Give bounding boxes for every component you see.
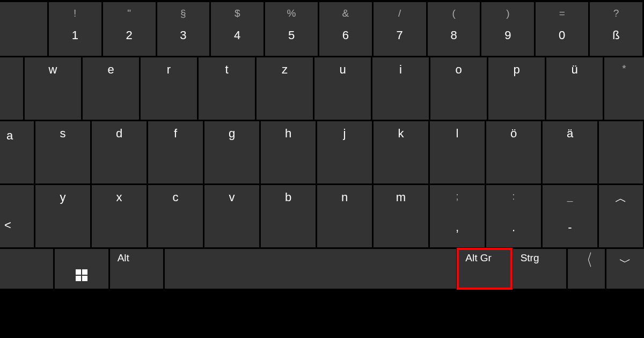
key-arrow-down[interactable]: ﹀ xyxy=(606,249,644,289)
key-shift-label: : xyxy=(512,190,515,202)
key-label: 3 xyxy=(180,28,186,42)
key-label: e xyxy=(107,63,114,77)
key-label: ß xyxy=(612,28,619,42)
key-u-umlaut[interactable]: ü xyxy=(546,57,603,120)
key-lessthan[interactable]: < xyxy=(0,185,34,247)
key-label: , xyxy=(456,221,459,234)
key-label: h xyxy=(285,127,291,141)
key-a[interactable]: a xyxy=(0,121,34,183)
key-arrow-up[interactable]: ︿ xyxy=(599,185,643,247)
key-shift-label: / xyxy=(398,8,401,19)
key-n[interactable]: n xyxy=(317,185,372,247)
key-windows[interactable] xyxy=(55,249,108,289)
key-period[interactable]: :. xyxy=(486,185,541,247)
key-r[interactable]: r xyxy=(141,57,197,120)
keyboard-row-3: a sdfghjklöä xyxy=(0,121,644,183)
key-9[interactable]: )9 xyxy=(481,2,534,56)
key-shift-label: * xyxy=(622,63,626,75)
key-label: p xyxy=(513,63,519,77)
key-eszett[interactable]: ?ß xyxy=(590,2,642,56)
key-shift-label: ! xyxy=(74,8,76,19)
key-8[interactable]: (8 xyxy=(428,2,480,56)
chevron-down-icon: ﹀ xyxy=(619,256,631,268)
key-shift-label: ( xyxy=(452,8,455,19)
key-alt-gr[interactable]: Alt Gr xyxy=(458,249,511,289)
key-label: ä xyxy=(567,127,573,141)
key-label: x xyxy=(116,190,122,204)
key-o[interactable]: o xyxy=(430,57,487,120)
key-3[interactable]: §3 xyxy=(157,2,210,56)
key-e[interactable]: e xyxy=(83,57,139,120)
key-partial-left[interactable] xyxy=(0,2,47,56)
key-shift-label: ? xyxy=(613,8,619,19)
key-label: ö xyxy=(510,127,517,141)
key-t[interactable]: t xyxy=(199,57,255,120)
key-1[interactable]: !1 xyxy=(49,2,101,56)
key-x[interactable]: x xyxy=(92,185,147,247)
key-label: t xyxy=(225,63,228,77)
key-space[interactable] xyxy=(165,249,456,289)
key-strg[interactable]: Strg xyxy=(513,249,566,289)
key-z[interactable]: z xyxy=(257,57,313,120)
keyboard-row-2: wertzuiopü* xyxy=(0,57,644,120)
key-d[interactable]: d xyxy=(92,121,147,183)
key-label: w xyxy=(49,63,57,77)
key-label: n xyxy=(341,190,348,204)
key-w[interactable]: w xyxy=(25,57,81,120)
key-ctrl-left-partial[interactable] xyxy=(0,249,53,289)
key-6[interactable]: &6 xyxy=(319,2,372,56)
keyboard-row-1: !1"2§3$4%5&6/7(8)9=0?ß xyxy=(0,2,644,56)
key-l[interactable]: l xyxy=(430,121,485,183)
key-7[interactable]: /7 xyxy=(374,2,426,56)
key-v[interactable]: v xyxy=(204,185,259,247)
key-u[interactable]: u xyxy=(314,57,371,120)
windows-logo-icon xyxy=(76,269,87,281)
key-q-partial[interactable] xyxy=(0,57,23,120)
key-4[interactable]: $4 xyxy=(211,2,264,56)
key-label: 2 xyxy=(126,28,132,42)
key-b[interactable]: b xyxy=(261,185,316,247)
key-hash-partial[interactable] xyxy=(599,121,643,183)
key-label: ü xyxy=(571,63,577,77)
key-shift-label: ) xyxy=(506,8,509,19)
key-o-umlaut[interactable]: ö xyxy=(486,121,541,183)
keyboard-row-5: Alt Alt Gr Strg 〈 ﹀ xyxy=(0,249,644,289)
chevron-left-icon: 〈 xyxy=(581,252,592,269)
key-label: y xyxy=(60,190,66,204)
key-shift-label: _ xyxy=(567,190,573,202)
key-shift-label: = xyxy=(559,8,565,19)
key-shift-label: $ xyxy=(235,8,240,19)
key-minus[interactable]: _- xyxy=(543,185,597,247)
key-m[interactable]: m xyxy=(374,185,428,247)
key-0[interactable]: =0 xyxy=(536,2,588,56)
key-plus-star[interactable]: * xyxy=(604,57,644,120)
key-f[interactable]: f xyxy=(148,121,203,183)
key-shift-label: & xyxy=(342,8,349,19)
key-i[interactable]: i xyxy=(372,57,429,120)
key-2[interactable]: "2 xyxy=(103,2,156,56)
key-shift-label: § xyxy=(180,8,186,19)
key-label: z xyxy=(282,63,288,77)
key-label: s xyxy=(60,127,66,141)
key-k[interactable]: k xyxy=(374,121,428,183)
key-label: b xyxy=(285,190,291,204)
key-label: Alt Gr xyxy=(465,252,492,264)
key-alt[interactable]: Alt xyxy=(110,249,163,289)
key-a-umlaut[interactable]: ä xyxy=(543,121,597,183)
key-g[interactable]: g xyxy=(204,121,259,183)
key-y[interactable]: y xyxy=(35,185,90,247)
key-label: 8 xyxy=(450,28,457,42)
key-label: v xyxy=(229,190,235,204)
key-p[interactable]: p xyxy=(488,57,545,120)
key-comma[interactable]: ;, xyxy=(430,185,485,247)
key-label: d xyxy=(116,127,122,141)
key-j[interactable]: j xyxy=(317,121,372,183)
key-s[interactable]: s xyxy=(35,121,90,183)
key-h[interactable]: h xyxy=(261,121,316,183)
key-label: 0 xyxy=(559,28,565,42)
key-label: f xyxy=(174,127,177,141)
key-c[interactable]: c xyxy=(148,185,203,247)
key-5[interactable]: %5 xyxy=(265,2,318,56)
key-label: o xyxy=(455,63,462,77)
key-arrow-left[interactable]: 〈 xyxy=(568,249,605,289)
